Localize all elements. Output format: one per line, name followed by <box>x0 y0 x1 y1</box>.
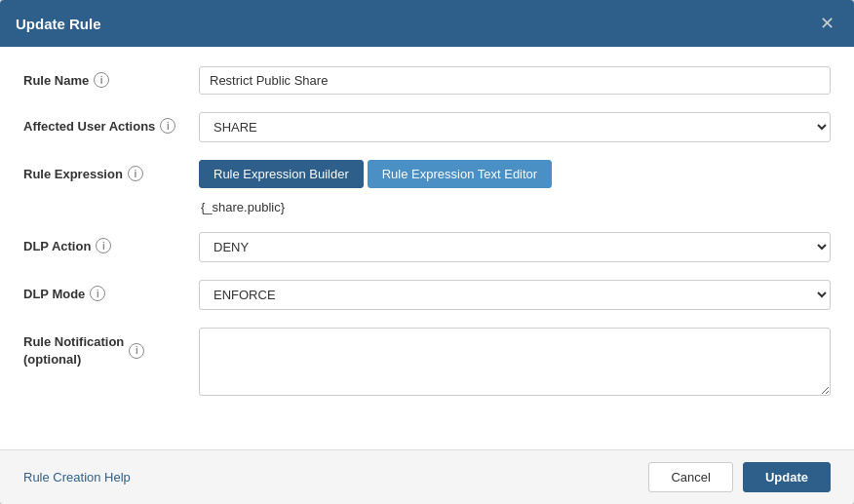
rule-expression-row: Rule Expression i Rule Expression Builde… <box>23 160 831 214</box>
dlp-mode-info-icon[interactable]: i <box>90 286 105 301</box>
dlp-mode-row: DLP Mode i ENFORCE PASSIVE <box>23 280 831 310</box>
rule-expression-value: {_share.public} <box>199 196 831 214</box>
affected-user-actions-select-wrap: SHARE DOWNLOAD UPLOAD DELETE EDIT <box>199 112 831 142</box>
rule-name-row: Rule Name i <box>23 66 831 95</box>
rule-expression-builder-button[interactable]: Rule Expression Builder <box>199 160 364 188</box>
rule-expression-text-editor-button[interactable]: Rule Expression Text Editor <box>368 160 552 188</box>
rule-expression-control-wrap: Rule Expression Builder Rule Expression … <box>199 160 831 214</box>
cancel-button[interactable]: Cancel <box>648 462 732 492</box>
rule-creation-help-link[interactable]: Rule Creation Help <box>23 470 131 485</box>
modal-body: Rule Name i Affected User Actions i SHAR… <box>0 47 854 449</box>
footer-actions: Cancel Update <box>648 462 831 492</box>
rule-name-label: Rule Name i <box>23 66 199 88</box>
rule-expression-info-icon[interactable]: i <box>128 166 143 181</box>
affected-user-actions-select[interactable]: SHARE DOWNLOAD UPLOAD DELETE EDIT <box>199 112 831 142</box>
rule-notification-info-icon[interactable]: i <box>129 343 144 359</box>
rule-notification-label: Rule Notification (optional) i <box>23 328 199 368</box>
modal-header: Update Rule ✕ <box>0 0 854 47</box>
affected-user-actions-label: Affected User Actions i <box>23 112 199 134</box>
rule-expression-btn-group: Rule Expression Builder Rule Expression … <box>199 160 831 188</box>
dlp-action-row: DLP Action i DENY ALLOW WARN <box>23 232 831 262</box>
modal-title: Update Rule <box>16 16 101 32</box>
affected-user-actions-row: Affected User Actions i SHARE DOWNLOAD U… <box>23 112 831 142</box>
rule-notification-textarea[interactable] <box>199 328 831 396</box>
dlp-action-select[interactable]: DENY ALLOW WARN <box>199 232 831 262</box>
rule-notification-row: Rule Notification (optional) i <box>23 328 831 399</box>
dlp-mode-select-wrap: ENFORCE PASSIVE <box>199 280 831 310</box>
dlp-action-label: DLP Action i <box>23 232 199 253</box>
rule-expression-label: Rule Expression i <box>23 160 199 181</box>
modal-close-button[interactable]: ✕ <box>815 12 838 35</box>
dlp-mode-select[interactable]: ENFORCE PASSIVE <box>199 280 831 310</box>
rule-name-input[interactable] <box>199 66 831 95</box>
affected-user-actions-info-icon[interactable]: i <box>160 118 175 134</box>
rule-name-info-icon[interactable]: i <box>94 72 109 88</box>
update-rule-modal: Update Rule ✕ Rule Name i Affected User … <box>0 0 854 504</box>
dlp-mode-label: DLP Mode i <box>23 280 199 301</box>
dlp-action-select-wrap: DENY ALLOW WARN <box>199 232 831 262</box>
dlp-action-info-icon[interactable]: i <box>96 238 111 253</box>
update-button[interactable]: Update <box>743 462 831 492</box>
rule-name-input-wrap <box>199 66 831 95</box>
modal-footer: Rule Creation Help Cancel Update <box>0 449 854 504</box>
rule-notification-textarea-wrap <box>199 328 831 399</box>
